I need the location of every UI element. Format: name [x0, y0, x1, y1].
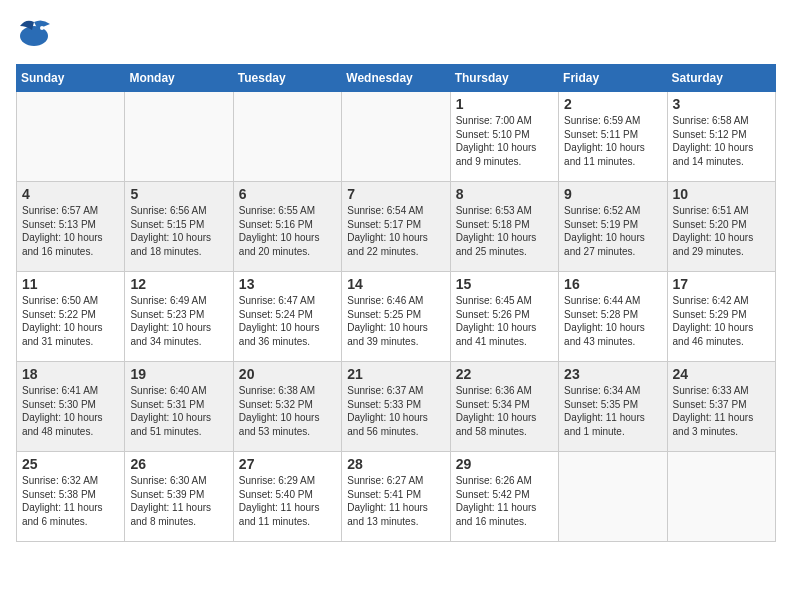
- calendar-cell: 26Sunrise: 6:30 AM Sunset: 5:39 PM Dayli…: [125, 452, 233, 542]
- day-number: 20: [239, 366, 336, 382]
- day-info: Sunrise: 6:54 AM Sunset: 5:17 PM Dayligh…: [347, 204, 444, 258]
- week-row-3: 11Sunrise: 6:50 AM Sunset: 5:22 PM Dayli…: [17, 272, 776, 362]
- day-number: 7: [347, 186, 444, 202]
- day-info: Sunrise: 6:55 AM Sunset: 5:16 PM Dayligh…: [239, 204, 336, 258]
- day-number: 1: [456, 96, 553, 112]
- calendar-cell: 9Sunrise: 6:52 AM Sunset: 5:19 PM Daylig…: [559, 182, 667, 272]
- day-number: 14: [347, 276, 444, 292]
- calendar-cell: 7Sunrise: 6:54 AM Sunset: 5:17 PM Daylig…: [342, 182, 450, 272]
- calendar-cell: 22Sunrise: 6:36 AM Sunset: 5:34 PM Dayli…: [450, 362, 558, 452]
- calendar-body: 1Sunrise: 7:00 AM Sunset: 5:10 PM Daylig…: [17, 92, 776, 542]
- calendar-cell: [233, 92, 341, 182]
- calendar-cell: [667, 452, 775, 542]
- logo: [16, 16, 54, 56]
- weekday-header-friday: Friday: [559, 65, 667, 92]
- day-number: 27: [239, 456, 336, 472]
- calendar-cell: 21Sunrise: 6:37 AM Sunset: 5:33 PM Dayli…: [342, 362, 450, 452]
- calendar-cell: [559, 452, 667, 542]
- day-info: Sunrise: 6:41 AM Sunset: 5:30 PM Dayligh…: [22, 384, 119, 438]
- day-info: Sunrise: 6:44 AM Sunset: 5:28 PM Dayligh…: [564, 294, 661, 348]
- week-row-4: 18Sunrise: 6:41 AM Sunset: 5:30 PM Dayli…: [17, 362, 776, 452]
- weekday-header-monday: Monday: [125, 65, 233, 92]
- calendar-cell: [17, 92, 125, 182]
- calendar-cell: 11Sunrise: 6:50 AM Sunset: 5:22 PM Dayli…: [17, 272, 125, 362]
- svg-point-0: [20, 26, 48, 46]
- day-info: Sunrise: 6:36 AM Sunset: 5:34 PM Dayligh…: [456, 384, 553, 438]
- calendar-cell: [125, 92, 233, 182]
- weekday-row: SundayMondayTuesdayWednesdayThursdayFrid…: [17, 65, 776, 92]
- day-info: Sunrise: 6:56 AM Sunset: 5:15 PM Dayligh…: [130, 204, 227, 258]
- day-number: 12: [130, 276, 227, 292]
- calendar-cell: 25Sunrise: 6:32 AM Sunset: 5:38 PM Dayli…: [17, 452, 125, 542]
- day-number: 22: [456, 366, 553, 382]
- day-info: Sunrise: 6:53 AM Sunset: 5:18 PM Dayligh…: [456, 204, 553, 258]
- day-number: 13: [239, 276, 336, 292]
- calendar-cell: 2Sunrise: 6:59 AM Sunset: 5:11 PM Daylig…: [559, 92, 667, 182]
- day-number: 24: [673, 366, 770, 382]
- calendar-cell: 20Sunrise: 6:38 AM Sunset: 5:32 PM Dayli…: [233, 362, 341, 452]
- day-info: Sunrise: 6:42 AM Sunset: 5:29 PM Dayligh…: [673, 294, 770, 348]
- calendar-cell: 18Sunrise: 6:41 AM Sunset: 5:30 PM Dayli…: [17, 362, 125, 452]
- day-number: 8: [456, 186, 553, 202]
- calendar-cell: 13Sunrise: 6:47 AM Sunset: 5:24 PM Dayli…: [233, 272, 341, 362]
- weekday-header-wednesday: Wednesday: [342, 65, 450, 92]
- day-info: Sunrise: 6:30 AM Sunset: 5:39 PM Dayligh…: [130, 474, 227, 528]
- day-number: 21: [347, 366, 444, 382]
- week-row-2: 4Sunrise: 6:57 AM Sunset: 5:13 PM Daylig…: [17, 182, 776, 272]
- day-info: Sunrise: 6:58 AM Sunset: 5:12 PM Dayligh…: [673, 114, 770, 168]
- day-number: 9: [564, 186, 661, 202]
- day-number: 23: [564, 366, 661, 382]
- calendar-cell: 16Sunrise: 6:44 AM Sunset: 5:28 PM Dayli…: [559, 272, 667, 362]
- day-info: Sunrise: 6:46 AM Sunset: 5:25 PM Dayligh…: [347, 294, 444, 348]
- calendar-cell: 17Sunrise: 6:42 AM Sunset: 5:29 PM Dayli…: [667, 272, 775, 362]
- calendar-cell: 4Sunrise: 6:57 AM Sunset: 5:13 PM Daylig…: [17, 182, 125, 272]
- day-info: Sunrise: 6:26 AM Sunset: 5:42 PM Dayligh…: [456, 474, 553, 528]
- week-row-5: 25Sunrise: 6:32 AM Sunset: 5:38 PM Dayli…: [17, 452, 776, 542]
- day-info: Sunrise: 6:34 AM Sunset: 5:35 PM Dayligh…: [564, 384, 661, 438]
- week-row-1: 1Sunrise: 7:00 AM Sunset: 5:10 PM Daylig…: [17, 92, 776, 182]
- day-info: Sunrise: 6:32 AM Sunset: 5:38 PM Dayligh…: [22, 474, 119, 528]
- day-info: Sunrise: 7:00 AM Sunset: 5:10 PM Dayligh…: [456, 114, 553, 168]
- weekday-header-sunday: Sunday: [17, 65, 125, 92]
- day-number: 2: [564, 96, 661, 112]
- day-info: Sunrise: 6:49 AM Sunset: 5:23 PM Dayligh…: [130, 294, 227, 348]
- day-info: Sunrise: 6:45 AM Sunset: 5:26 PM Dayligh…: [456, 294, 553, 348]
- day-number: 29: [456, 456, 553, 472]
- day-number: 26: [130, 456, 227, 472]
- day-info: Sunrise: 6:52 AM Sunset: 5:19 PM Dayligh…: [564, 204, 661, 258]
- day-number: 16: [564, 276, 661, 292]
- day-info: Sunrise: 6:37 AM Sunset: 5:33 PM Dayligh…: [347, 384, 444, 438]
- weekday-header-tuesday: Tuesday: [233, 65, 341, 92]
- day-number: 5: [130, 186, 227, 202]
- calendar-cell: 27Sunrise: 6:29 AM Sunset: 5:40 PM Dayli…: [233, 452, 341, 542]
- calendar-header: SundayMondayTuesdayWednesdayThursdayFrid…: [17, 65, 776, 92]
- day-number: 11: [22, 276, 119, 292]
- weekday-header-saturday: Saturday: [667, 65, 775, 92]
- day-number: 10: [673, 186, 770, 202]
- day-number: 19: [130, 366, 227, 382]
- day-number: 17: [673, 276, 770, 292]
- day-info: Sunrise: 6:57 AM Sunset: 5:13 PM Dayligh…: [22, 204, 119, 258]
- day-number: 3: [673, 96, 770, 112]
- page-header: [16, 16, 776, 56]
- calendar-table: SundayMondayTuesdayWednesdayThursdayFrid…: [16, 64, 776, 542]
- calendar-cell: 1Sunrise: 7:00 AM Sunset: 5:10 PM Daylig…: [450, 92, 558, 182]
- day-info: Sunrise: 6:40 AM Sunset: 5:31 PM Dayligh…: [130, 384, 227, 438]
- svg-point-1: [40, 26, 44, 30]
- calendar-cell: 6Sunrise: 6:55 AM Sunset: 5:16 PM Daylig…: [233, 182, 341, 272]
- calendar-cell: 15Sunrise: 6:45 AM Sunset: 5:26 PM Dayli…: [450, 272, 558, 362]
- day-info: Sunrise: 6:50 AM Sunset: 5:22 PM Dayligh…: [22, 294, 119, 348]
- day-info: Sunrise: 6:59 AM Sunset: 5:11 PM Dayligh…: [564, 114, 661, 168]
- day-info: Sunrise: 6:47 AM Sunset: 5:24 PM Dayligh…: [239, 294, 336, 348]
- day-info: Sunrise: 6:51 AM Sunset: 5:20 PM Dayligh…: [673, 204, 770, 258]
- day-number: 18: [22, 366, 119, 382]
- logo-icon: [16, 16, 52, 56]
- calendar-cell: 3Sunrise: 6:58 AM Sunset: 5:12 PM Daylig…: [667, 92, 775, 182]
- day-number: 6: [239, 186, 336, 202]
- day-number: 25: [22, 456, 119, 472]
- day-info: Sunrise: 6:38 AM Sunset: 5:32 PM Dayligh…: [239, 384, 336, 438]
- calendar-cell: 5Sunrise: 6:56 AM Sunset: 5:15 PM Daylig…: [125, 182, 233, 272]
- day-info: Sunrise: 6:33 AM Sunset: 5:37 PM Dayligh…: [673, 384, 770, 438]
- calendar-cell: 10Sunrise: 6:51 AM Sunset: 5:20 PM Dayli…: [667, 182, 775, 272]
- day-number: 4: [22, 186, 119, 202]
